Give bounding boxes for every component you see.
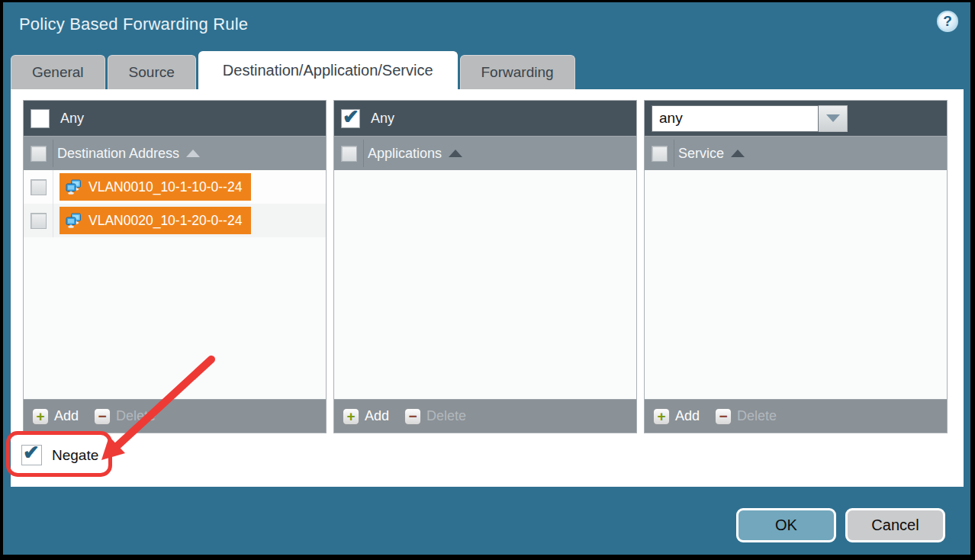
tab-destination-application-service[interactable]: Destination/Application/Service (198, 51, 458, 89)
service-panel: any Service + Add (644, 100, 948, 433)
dialog-title: Policy Based Forwarding Rule (19, 14, 248, 34)
destination-select-all-checkbox[interactable] (31, 146, 47, 162)
destination-any-label: Any (60, 111, 84, 127)
tab-bar: General Source Destination/Application/S… (11, 50, 578, 89)
tab-forwarding[interactable]: Forwarding (460, 55, 575, 89)
dropdown-button[interactable] (819, 105, 848, 132)
service-select-all-checkbox[interactable] (652, 146, 668, 162)
cancel-button[interactable]: Cancel (845, 508, 945, 542)
sort-asc-icon (731, 150, 745, 157)
minus-icon: − (94, 408, 111, 425)
add-application-button[interactable]: + Add (343, 408, 389, 425)
address-object-label: VLAN0020_10-1-20-0--24 (88, 213, 242, 229)
negate-checkbox[interactable] (21, 445, 42, 465)
service-column-label: Service (678, 146, 724, 162)
address-object-label: VLAN0010_10-1-10-0--24 (88, 179, 242, 195)
address-object-chip[interactable]: VLAN0020_10-1-20-0--24 (60, 207, 251, 234)
service-column-header[interactable]: Service (645, 136, 947, 170)
negate-label: Negate (52, 447, 98, 464)
address-object-icon (66, 213, 82, 228)
destination-address-panel: Any Destination Address (23, 100, 327, 433)
destination-column-label: Destination Address (57, 146, 179, 162)
divider (363, 140, 364, 167)
destination-column-header[interactable]: Destination Address (24, 136, 326, 170)
tab-source[interactable]: Source (108, 55, 196, 89)
service-type-dropdown[interactable]: any (652, 105, 848, 132)
minus-icon: − (715, 408, 732, 425)
pbf-rule-dialog: Policy Based Forwarding Rule ? General S… (3, 2, 970, 555)
applications-list (334, 170, 636, 399)
plus-icon: + (32, 408, 49, 425)
service-panel-footer: + Add − Delete (645, 399, 947, 433)
delete-label: Delete (737, 408, 777, 424)
help-icon[interactable]: ? (937, 11, 958, 32)
add-label: Add (54, 408, 79, 424)
service-any-header: any (645, 101, 947, 136)
destination-panel-footer: + Add − Delete (24, 399, 326, 433)
add-service-button[interactable]: + Add (653, 408, 700, 425)
plus-icon: + (343, 408, 359, 425)
title-bar: Policy Based Forwarding Rule ? (3, 2, 970, 51)
applications-any-checkbox[interactable] (341, 109, 360, 128)
tab-general[interactable]: General (11, 55, 105, 89)
sort-asc-icon (186, 150, 200, 157)
row-checkbox[interactable] (31, 213, 47, 229)
divider (674, 140, 674, 167)
service-type-value: any (652, 105, 819, 132)
delete-label: Delete (426, 408, 466, 424)
applications-any-header: Any (334, 101, 636, 136)
service-list (645, 170, 947, 399)
sort-asc-icon (449, 150, 462, 157)
applications-select-all-checkbox[interactable] (341, 146, 357, 162)
delete-service-button[interactable]: − Delete (715, 408, 777, 425)
applications-any-label: Any (371, 111, 394, 127)
destination-any-checkbox[interactable] (31, 109, 50, 128)
add-destination-button[interactable]: + Add (32, 408, 79, 425)
delete-application-button[interactable]: − Delete (404, 408, 466, 425)
address-object-icon (66, 179, 82, 195)
divider (53, 204, 53, 237)
panel-row: Any Destination Address (23, 100, 948, 433)
applications-column-header[interactable]: Applications (334, 136, 636, 170)
delete-label: Delete (116, 408, 156, 424)
destination-any-header: Any (24, 101, 326, 136)
list-item[interactable]: VLAN0010_10-1-10-0--24 (24, 170, 326, 204)
minus-icon: − (404, 408, 421, 425)
applications-panel-footer: + Add − Delete (334, 399, 636, 433)
divider (53, 140, 53, 167)
plus-icon: + (653, 408, 670, 425)
row-checkbox[interactable] (31, 179, 47, 195)
add-label: Add (675, 408, 700, 424)
tab-content: Any Destination Address (11, 89, 964, 487)
address-object-chip[interactable]: VLAN0010_10-1-10-0--24 (60, 173, 251, 201)
chevron-down-icon (826, 114, 840, 122)
applications-column-label: Applications (368, 146, 442, 162)
add-label: Add (365, 408, 389, 424)
divider (53, 170, 53, 204)
applications-panel: Any Applications + Add − Delete (333, 100, 637, 433)
destination-list: VLAN0010_10-1-10-0--24 (24, 170, 326, 399)
negate-row: Negate (21, 445, 964, 465)
list-item[interactable]: VLAN0020_10-1-20-0--24 (24, 204, 326, 237)
delete-destination-button[interactable]: − Delete (94, 408, 156, 425)
ok-button[interactable]: OK (736, 508, 836, 542)
